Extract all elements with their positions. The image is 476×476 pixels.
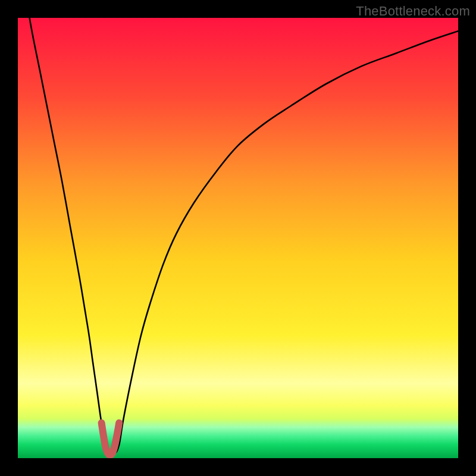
gradient-background <box>18 18 458 458</box>
watermark-text: TheBottleneck.com <box>356 4 470 19</box>
chart-frame: TheBottleneck.com <box>0 0 476 476</box>
chart-svg <box>18 18 458 458</box>
plot-area <box>18 18 458 458</box>
